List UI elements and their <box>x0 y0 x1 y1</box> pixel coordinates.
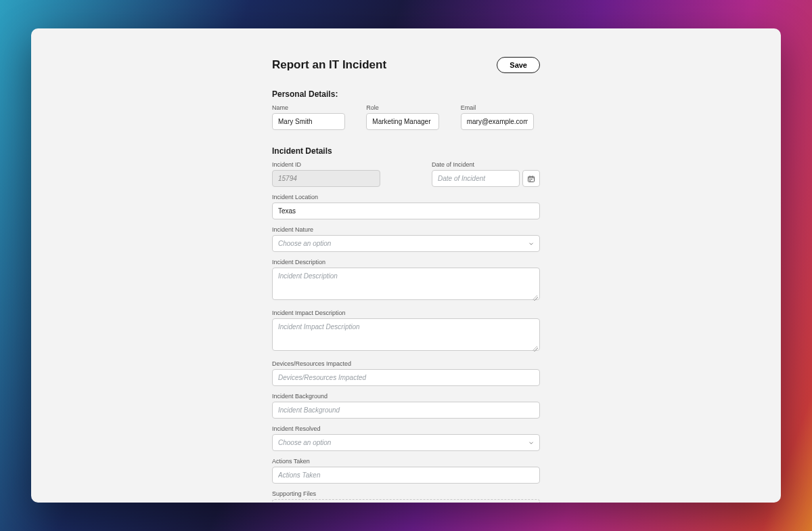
description-textarea[interactable] <box>272 268 540 300</box>
resolved-select[interactable]: Choose an option <box>272 434 540 451</box>
role-label: Role <box>366 104 445 111</box>
incident-row-1: Incident ID Date of Incident <box>272 161 540 194</box>
svg-rect-2 <box>531 179 533 180</box>
svg-rect-3 <box>530 180 531 182</box>
devices-label: Devices/Resources Impacted <box>272 360 540 367</box>
date-input-wrap <box>432 170 540 187</box>
email-input[interactable] <box>461 113 534 130</box>
resolved-select-wrap: Choose an option <box>272 434 540 451</box>
field-files: Supporting Files Drag and drop your file… <box>272 490 540 503</box>
field-location: Incident Location <box>272 194 540 219</box>
field-name: Name <box>272 104 351 130</box>
svg-rect-1 <box>530 179 531 180</box>
field-resolved: Incident Resolved Choose an option <box>272 425 540 451</box>
actions-input[interactable] <box>272 467 540 484</box>
role-input[interactable] <box>366 113 439 130</box>
date-label: Date of Incident <box>432 161 540 168</box>
location-label: Incident Location <box>272 194 540 200</box>
nature-select[interactable]: Choose an option <box>272 235 540 252</box>
field-background: Incident Background <box>272 393 540 419</box>
file-dropzone[interactable]: Drag and drop your file Select a file to… <box>272 499 540 503</box>
date-input[interactable] <box>432 170 520 187</box>
field-description: Incident Description <box>272 259 540 303</box>
scroll-area[interactable]: Report an IT Incident Save Personal Deta… <box>31 28 781 503</box>
field-date: Date of Incident <box>432 161 540 187</box>
description-label: Incident Description <box>272 259 540 266</box>
nature-label: Incident Nature <box>272 226 540 233</box>
actions-label: Actions Taken <box>272 458 540 465</box>
devices-input[interactable] <box>272 369 540 386</box>
calendar-icon <box>527 175 535 183</box>
page-title: Report an IT Incident <box>272 58 386 72</box>
impact-label: Incident Impact Description <box>272 310 540 316</box>
email-label: Email <box>461 104 540 111</box>
resolved-label: Incident Resolved <box>272 425 540 432</box>
field-nature: Incident Nature Choose an option <box>272 226 540 252</box>
impact-textarea[interactable] <box>272 318 540 351</box>
background-label: Incident Background <box>272 393 540 400</box>
field-email: Email <box>461 104 540 130</box>
files-label: Supporting Files <box>272 490 540 497</box>
save-button[interactable]: Save <box>497 57 540 73</box>
background-input[interactable] <box>272 402 540 419</box>
section-personal-title: Personal Details: <box>272 89 540 99</box>
name-label: Name <box>272 104 351 111</box>
form-header: Report an IT Incident Save <box>272 57 540 73</box>
field-incident-id: Incident ID <box>272 161 380 187</box>
location-input[interactable] <box>272 203 540 219</box>
section-incident-title: Incident Details <box>272 146 540 156</box>
calendar-button[interactable] <box>522 170 540 187</box>
incident-id-label: Incident ID <box>272 161 380 168</box>
incident-form: Report an IT Incident Save Personal Deta… <box>272 57 540 503</box>
field-devices: Devices/Resources Impacted <box>272 360 540 386</box>
name-input[interactable] <box>272 113 345 130</box>
field-impact: Incident Impact Description <box>272 310 540 354</box>
nature-select-wrap: Choose an option <box>272 235 540 252</box>
impact-wrap <box>272 318 540 354</box>
personal-row: Name Role Email <box>272 104 540 137</box>
description-wrap <box>272 268 540 303</box>
field-role: Role <box>366 104 445 130</box>
incident-id-input <box>272 170 380 187</box>
app-window: Report an IT Incident Save Personal Deta… <box>31 28 781 503</box>
field-actions: Actions Taken <box>272 458 540 484</box>
